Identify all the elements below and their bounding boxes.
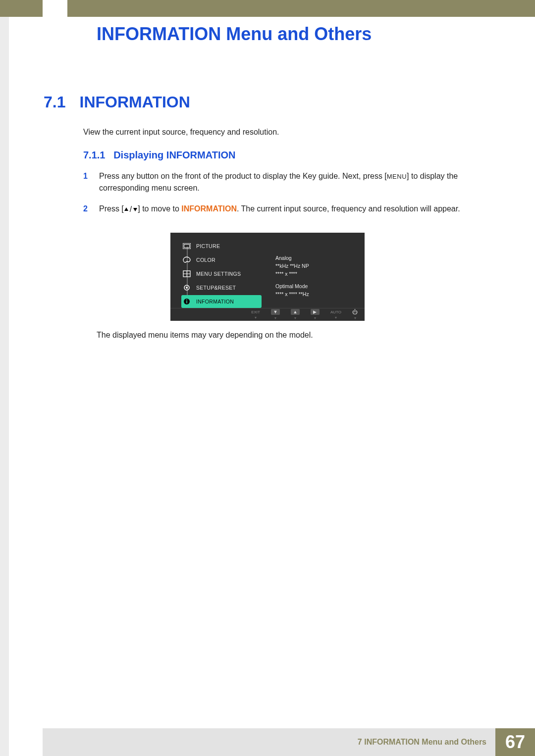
svg-point-11	[186, 300, 187, 301]
gear-icon	[182, 284, 191, 292]
osd-item-color: COLOR	[181, 253, 273, 266]
osd-info-line: **** x **** **Hz	[275, 291, 365, 299]
osd-key-up: ▲▾	[291, 309, 300, 320]
step-number: 2	[83, 203, 90, 215]
top-strip	[0, 0, 535, 17]
info-icon	[182, 298, 191, 305]
picture-icon	[182, 242, 191, 250]
osd-info-panel: Analog **kHz **Hz NP **** x **** Optimal…	[273, 240, 365, 308]
osd-body: PICTURE COLOR MENU SETTINGS SETUP&RESET …	[170, 233, 365, 308]
osd-item-label: SETUP&RESET	[196, 285, 236, 291]
menu-settings-icon	[182, 270, 191, 278]
osd-item-information: INFORMATION	[181, 295, 262, 308]
osd-screenshot: PICTURE COLOR MENU SETTINGS SETUP&RESET …	[170, 233, 365, 321]
up-arrow-icon: ▲	[291, 309, 300, 315]
svg-rect-10	[186, 301, 187, 303]
subsection-heading: 7.1.1 Displaying INFORMATION	[83, 150, 235, 161]
page-footer: 7 INFORMATION Menu and Others 67	[43, 728, 535, 756]
footer-page-number: 67	[495, 728, 535, 756]
below-image-caption: The displayed menu items may vary depend…	[97, 331, 313, 340]
section-intro: View the current input source, frequency…	[83, 128, 279, 137]
power-icon: ⏻	[352, 309, 358, 315]
svg-marker-1	[133, 208, 137, 211]
side-accent	[0, 17, 9, 756]
steps-list: 1 Press any button on the front of the p…	[83, 170, 481, 224]
osd-item-menu-settings: MENU SETTINGS	[181, 267, 273, 280]
highlight-term: INFORMATION	[181, 204, 237, 213]
section-number: 7.1	[44, 93, 65, 111]
step-2: 2 Press [/] to move to INFORMATION. The …	[83, 203, 481, 215]
chapter-title: INFORMATION Menu and Others	[97, 24, 372, 45]
osd-item-label: COLOR	[196, 257, 215, 263]
section-heading: 7.1 INFORMATION	[44, 93, 190, 111]
osd-item-label: PICTURE	[196, 243, 220, 249]
osd-item-picture: PICTURE	[181, 240, 273, 252]
step-number: 1	[83, 170, 90, 194]
chapter-tab	[43, 0, 67, 17]
osd-key-auto: AUTO▾	[330, 310, 341, 320]
osd-info-line: Optimal Mode	[275, 283, 365, 291]
subsection-number: 7.1.1	[83, 150, 105, 160]
osd-item-label: MENU SETTINGS	[196, 271, 241, 277]
enter-icon: ▶	[311, 309, 320, 315]
osd-menu-list: PICTURE COLOR MENU SETTINGS SETUP&RESET …	[181, 240, 273, 308]
osd-key-power: ⏻▾	[352, 309, 358, 320]
osd-info-line: **** x ****	[275, 270, 365, 278]
osd-key-down: ▼▾	[271, 309, 280, 320]
osd-info-line: Analog	[275, 254, 365, 262]
color-icon	[182, 256, 191, 264]
osd-info-line: **kHz **Hz NP	[275, 262, 365, 270]
step-text: Press [/] to move to INFORMATION. The cu…	[99, 203, 460, 215]
osd-key-exit: EXIT▾	[251, 310, 260, 320]
down-arrow-icon: ▼	[271, 309, 280, 315]
osd-key-enter: ▶▾	[311, 309, 320, 320]
section-title: INFORMATION	[79, 93, 190, 111]
svg-marker-0	[124, 207, 128, 211]
osd-footer-keys: EXIT▾ ▼▾ ▲▾ ▶▾ AUTO▾ ⏻▾	[170, 308, 365, 321]
osd-item-setup-reset: SETUP&RESET	[181, 281, 273, 294]
subsection-title: Displaying INFORMATION	[113, 150, 235, 160]
osd-item-label: INFORMATION	[196, 299, 234, 304]
footer-chapter-label: 7 INFORMATION Menu and Others	[43, 728, 495, 756]
step-text: Press any button on the front of the pro…	[99, 170, 481, 194]
svg-rect-3	[184, 245, 190, 248]
step-1: 1 Press any button on the front of the p…	[83, 170, 481, 194]
svg-point-8	[186, 287, 188, 289]
menu-key: MENU	[387, 173, 407, 180]
up-down-icon: /	[124, 203, 138, 215]
